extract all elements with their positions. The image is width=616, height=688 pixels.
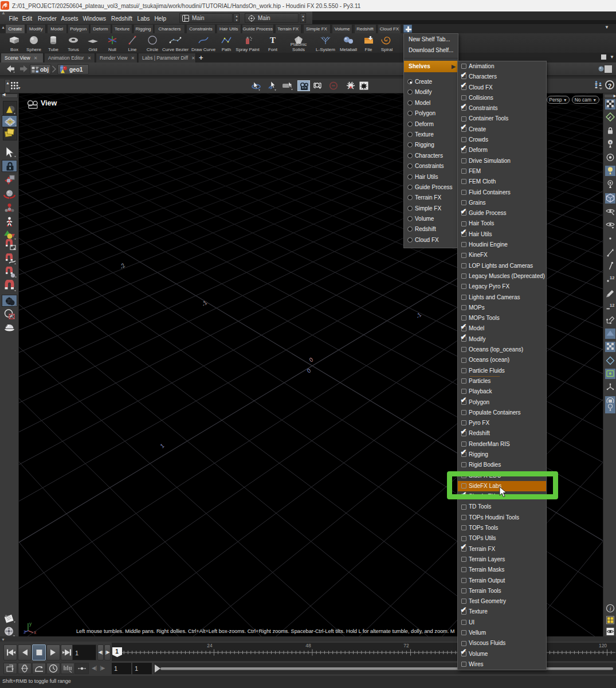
svg-text:i: i — [610, 606, 611, 612]
svg-text:x: x — [34, 630, 37, 635]
svg-text:z: z — [23, 629, 26, 635]
svg-text:y: y — [29, 621, 32, 627]
svg-text:72: 72 — [403, 643, 409, 648]
svg-text:12: 12 — [610, 303, 614, 308]
svg-text:T: T — [270, 36, 276, 45]
svg-text:( ): ( ) — [23, 664, 26, 667]
svg-text:1: 1 — [115, 648, 119, 655]
svg-text:48: 48 — [305, 643, 311, 648]
svg-text:24: 24 — [207, 643, 213, 648]
svg-text:12: 12 — [610, 275, 614, 280]
svg-text:120: 120 — [599, 643, 607, 648]
